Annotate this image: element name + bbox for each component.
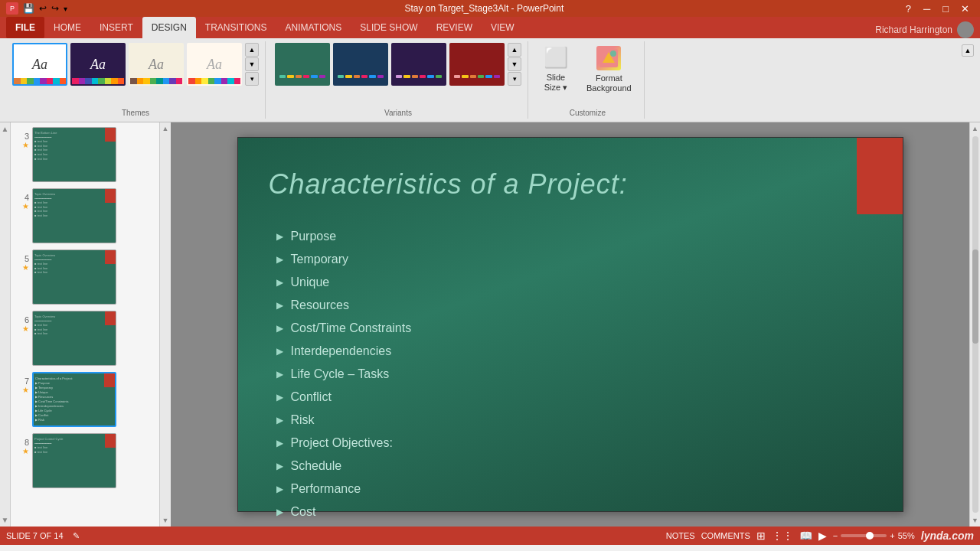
slide-size-icon: ⬜: [544, 46, 568, 70]
undo-button[interactable]: ↩: [39, 3, 47, 14]
variant-3[interactable]: [391, 43, 446, 86]
bullet-resources[interactable]: ▶ Resources: [276, 298, 412, 312]
slideshow-button[interactable]: ▶: [818, 530, 827, 542]
theme-3[interactable]: Aa: [129, 43, 184, 86]
redo-button[interactable]: ↪: [51, 3, 59, 14]
bullet-schedule[interactable]: ▶ Schedule: [276, 459, 412, 473]
bullet-risk[interactable]: ▶ Risk: [276, 413, 412, 427]
slide-red-corner-8: [105, 434, 116, 448]
slide-item-7[interactable]: 7 ★ Characteristics of a Project:▶ Purpo…: [14, 370, 156, 429]
tab-animations[interactable]: ANIMATIONS: [276, 17, 351, 38]
title-bar: P 💾 ↩ ↪ ▾ Stay on Target_Stage3Alt - Pow…: [0, 0, 980, 17]
bullet-performance[interactable]: ▶ Performance: [276, 482, 412, 496]
theme-1[interactable]: Aa: [12, 43, 67, 86]
zoom-slider[interactable]: − + 55%: [833, 531, 915, 540]
slide-title[interactable]: Characteristics of a Project:: [269, 168, 628, 201]
zoom-level[interactable]: 55%: [898, 531, 915, 540]
tab-insert[interactable]: INSERT: [90, 17, 142, 38]
slide-canvas[interactable]: Characteristics of a Project: ▶ Purpose …: [237, 137, 903, 512]
slide-thumb-4[interactable]: Topic Overview━━━━━━━━━━━■ text line■ te…: [32, 188, 116, 243]
variant-4[interactable]: [449, 43, 505, 86]
slides-scroll-top[interactable]: ▲ ▼: [0, 122, 11, 527]
bullet-cost[interactable]: ▶ Cost: [276, 505, 412, 519]
bullet-arrow-9: ▶: [276, 415, 283, 425]
close-button[interactable]: ✕: [956, 3, 974, 15]
comments-button[interactable]: COMMENTS: [701, 531, 750, 540]
slide-area[interactable]: ▲ ▼ Characteristics of a Project: ▶ Purp…: [160, 122, 980, 527]
format-background-button[interactable]: FormatBackground: [580, 43, 638, 96]
slide-thumb-7[interactable]: Characteristics of a Project:▶ Purpose▶ …: [32, 372, 116, 427]
normal-view-button[interactable]: ⊞: [756, 530, 766, 542]
notes-button[interactable]: NOTES: [666, 531, 695, 540]
save-button[interactable]: 💾: [23, 3, 34, 14]
ribbon-tabs: FILE HOME INSERT DESIGN TRANSITIONS ANIM…: [0, 17, 980, 38]
bullet-objectives[interactable]: ▶ Project Objectives:: [276, 436, 412, 450]
customize-label: Customize: [570, 106, 606, 117]
bullet-cost-time[interactable]: ▶ Cost/Time Constraints: [276, 321, 412, 335]
themes-scroll-up[interactable]: ▲: [245, 43, 259, 57]
tab-slideshow[interactable]: SLIDE SHOW: [351, 17, 426, 38]
restore-button[interactable]: □: [938, 3, 953, 15]
variants-scroll-more[interactable]: ▾: [508, 72, 521, 86]
tab-review[interactable]: REVIEW: [427, 17, 482, 38]
slide-item-6[interactable]: 6 ★ Topic Overview━━━━━━━━━━━■ text line…: [14, 309, 156, 367]
reading-view-button[interactable]: 📖: [799, 530, 812, 542]
slide-star-8: ★: [22, 447, 29, 455]
tab-transitions[interactable]: TRANSITIONS: [196, 17, 276, 38]
slide-item-8[interactable]: 8 ★ Project Control Cycle━━━━━━━━━━━■ te…: [14, 432, 156, 490]
zoom-out-button[interactable]: −: [833, 531, 838, 540]
slide-edit-icon[interactable]: ✎: [73, 531, 80, 541]
slide-num-3: 3: [18, 132, 29, 141]
bullet-unique[interactable]: ▶ Unique: [276, 276, 412, 289]
panel-scroll-up[interactable]: ▲: [0, 122, 11, 135]
slide-thumb-5[interactable]: Topic Overview━━━━━━━━━━━■ text line■ te…: [32, 249, 116, 305]
theme-2[interactable]: Aa: [70, 43, 126, 86]
slide-thumb-8[interactable]: Project Control Cycle━━━━━━━━━━━■ text l…: [32, 433, 116, 488]
slide-item-3[interactable]: 3 ★ The Bottom Line━━━━━━━━━━━■ text lin…: [14, 126, 156, 184]
zoom-in-button[interactable]: +: [890, 531, 894, 540]
window-controls: ? ─ □ ✕: [901, 3, 974, 15]
variants-scroll-down[interactable]: ▼: [508, 57, 521, 71]
right-scroll-down[interactable]: ▼: [969, 514, 980, 527]
minimize-button[interactable]: ─: [919, 3, 935, 15]
slide-area-scrollbar[interactable]: ▲ ▼: [160, 122, 171, 527]
bullet-arrow-8: ▶: [276, 392, 283, 403]
collapse-ribbon-button[interactable]: ▲: [962, 44, 974, 57]
tab-home[interactable]: HOME: [44, 17, 90, 38]
slide-red-corner-4: [105, 189, 116, 203]
right-scroll-up[interactable]: ▲: [969, 122, 980, 135]
bullet-text-12: Performance: [291, 482, 361, 496]
themes-scroll-more[interactable]: ▾: [245, 72, 259, 86]
help-button[interactable]: ?: [901, 3, 916, 15]
slide-sorter-button[interactable]: ⋮⋮: [772, 530, 793, 542]
themes-scroll-down[interactable]: ▼: [245, 57, 259, 71]
slide-item-5[interactable]: 5 ★ Topic Overview━━━━━━━━━━━■ text line…: [14, 248, 156, 306]
tab-design[interactable]: DESIGN: [142, 17, 196, 38]
theme-4[interactable]: Aa: [187, 43, 242, 86]
slide-scroll-up[interactable]: ▲: [160, 122, 171, 135]
slide-item-4[interactable]: 4 ★ Topic Overview━━━━━━━━━━━■ text line…: [14, 187, 156, 245]
slide-scroll-down[interactable]: ▼: [160, 514, 171, 527]
variants-scroll-up[interactable]: ▲: [508, 43, 521, 57]
tab-view[interactable]: VIEW: [482, 17, 524, 38]
variant-1[interactable]: [275, 43, 330, 86]
slide-content-4: Topic Overview━━━━━━━━━━━■ text line■ te…: [33, 189, 116, 221]
bullet-purpose[interactable]: ▶ Purpose: [276, 230, 412, 243]
panel-scroll-down[interactable]: ▼: [0, 514, 11, 527]
slide-thumb-6[interactable]: Topic Overview━━━━━━━━━━━■ text line■ te…: [32, 311, 116, 366]
bullet-interdependencies[interactable]: ▶ Interdependencies: [276, 344, 412, 358]
slide-thumb-3[interactable]: The Bottom Line━━━━━━━━━━━■ text line■ t…: [32, 127, 116, 182]
bullet-text-5: Cost/Time Constraints: [291, 321, 412, 335]
bullet-conflict[interactable]: ▶ Conflict: [276, 390, 412, 404]
status-left: SLIDE 7 OF 14 ✎: [6, 531, 80, 541]
tab-file[interactable]: FILE: [6, 17, 44, 38]
bullet-lifecycle[interactable]: ▶ Life Cycle – Tasks: [276, 367, 412, 381]
slide-size-button[interactable]: ⬜ SlideSize ▾: [537, 43, 574, 96]
slide-red-corner-6: [105, 311, 116, 325]
right-scrollbar[interactable]: ▲ ▼: [969, 122, 980, 527]
user-name[interactable]: Richard Harrington: [875, 24, 952, 35]
bullet-temporary[interactable]: ▶ Temporary: [276, 253, 412, 266]
bullet-text-13: Cost: [291, 505, 316, 519]
user-avatar: [957, 21, 974, 38]
variant-2[interactable]: [333, 43, 388, 86]
